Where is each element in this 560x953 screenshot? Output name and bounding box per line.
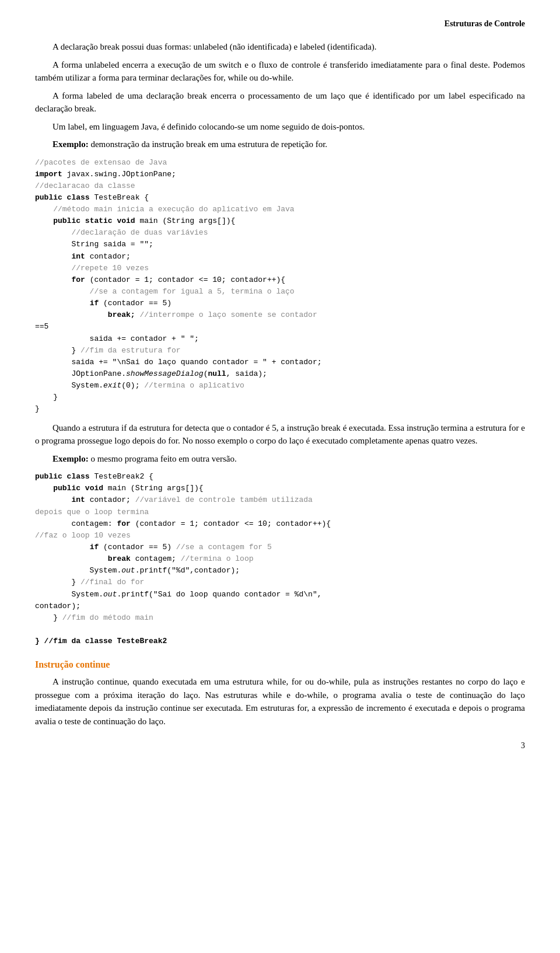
code-block-1: //pacotes de extensao de Java import jav… bbox=[35, 157, 525, 416]
paragraph-8: A instrução continue, quando executada e… bbox=[35, 675, 525, 728]
section-continue-title: Instrução continue bbox=[35, 658, 525, 672]
paragraph-4: Um label, em linguagem Java, é definido … bbox=[35, 120, 525, 134]
paragraph-2: A forma unlabeled encerra a execução de … bbox=[35, 58, 525, 85]
page-number: 3 bbox=[35, 739, 525, 752]
header-title: Estruturas de Controle bbox=[444, 19, 525, 28]
paragraph-5: Exemplo: demonstração da instrução break… bbox=[35, 138, 525, 151]
code-block-2: public class TesteBreak2 { public void m… bbox=[35, 471, 525, 647]
paragraph-1: A declaração break possui duas formas: u… bbox=[35, 40, 525, 54]
paragraph-3: A forma labeled de uma declaração break … bbox=[35, 89, 525, 116]
paragraph-7: Exemplo: o mesmo programa feito em outra… bbox=[35, 452, 525, 466]
page-header: Estruturas de Controle bbox=[35, 18, 525, 30]
paragraph-6: Quando a estrutura if da estrutura for d… bbox=[35, 421, 525, 448]
